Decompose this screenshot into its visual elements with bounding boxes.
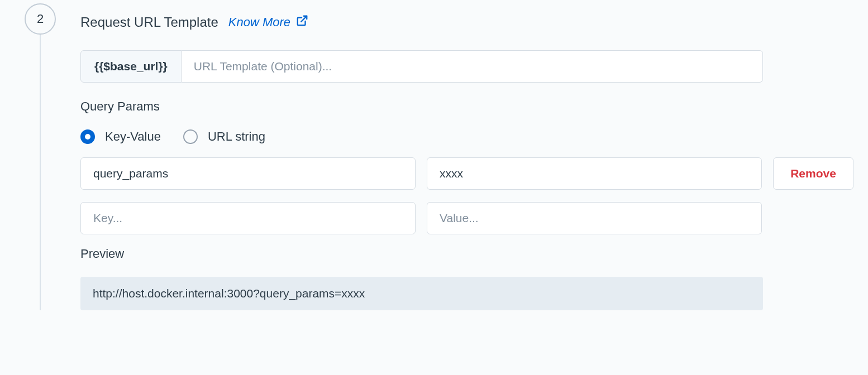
param-value-input-empty[interactable] [427,202,762,234]
query-params-label: Query Params [80,99,853,114]
radio-icon-selected [80,129,95,144]
radio-key-value[interactable]: Key-Value [80,129,161,144]
step-connector-line [40,34,41,310]
radio-url-string[interactable]: URL string [183,129,265,144]
know-more-link[interactable]: Know More [228,15,308,30]
section-title: Request URL Template [80,15,218,30]
base-url-prefix: {{$base_url}} [80,50,182,83]
know-more-label: Know More [228,15,290,30]
external-link-icon [296,15,308,30]
preview-value: http://host.docker.internal:3000?query_p… [80,277,763,310]
radio-icon-unselected [183,129,198,144]
url-template-input[interactable] [182,50,763,83]
remove-button[interactable]: Remove [773,157,853,190]
param-key-input-empty[interactable] [80,202,416,234]
param-value-input[interactable] [427,157,762,190]
preview-label: Preview [80,247,853,261]
svg-line-0 [301,16,307,22]
radio-url-string-label: URL string [208,129,265,144]
step-number-badge: 2 [25,3,56,35]
step-number: 2 [37,12,44,26]
radio-key-value-label: Key-Value [105,129,161,144]
param-key-input[interactable] [80,157,416,190]
